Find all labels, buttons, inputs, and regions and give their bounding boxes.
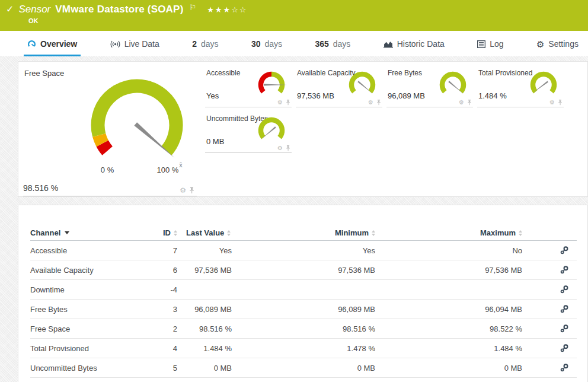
sort-icon xyxy=(227,230,231,236)
cell-last-value: 98.516 % xyxy=(177,324,232,333)
pin-icon[interactable] xyxy=(189,187,194,194)
uncommitted-bytes-gauge xyxy=(255,116,288,147)
channel-gear-icon[interactable]: ⚙ xyxy=(277,145,283,151)
tab-365-days-number: 365 xyxy=(315,39,328,49)
sort-desc-icon xyxy=(65,231,69,234)
table-row: Accessible 7 Yes Yes No xyxy=(30,241,577,260)
cell-maximum: 1.484 % xyxy=(375,344,522,353)
channel-settings-icon[interactable] xyxy=(560,324,568,333)
accessible-gauge xyxy=(255,71,288,101)
table-header-row: Channel ID Last Value Minimum Maximum xyxy=(30,225,577,241)
channel-settings-icon[interactable] xyxy=(560,246,568,254)
sensor-header: ✓ Sensor VMware Datastore (SOAP) ⚐ ★★★☆☆… xyxy=(0,0,588,31)
tab-30-days[interactable]: 30 days xyxy=(248,39,286,56)
tab-30-days-label: days xyxy=(264,39,282,49)
gauge-value: 98.516 % xyxy=(23,183,58,193)
cell-id: 5 xyxy=(158,364,177,373)
tab-historic-data[interactable]: Historic Data xyxy=(380,39,448,56)
gauge-max-label: 100 % xyxy=(157,165,179,174)
channel-settings-icon[interactable] xyxy=(560,364,568,372)
available-capacity-gauge xyxy=(346,71,379,101)
channel-gear-icon[interactable]: ⚙ xyxy=(368,100,373,106)
tab-historic-data-label: Historic Data xyxy=(397,39,445,49)
cell-channel[interactable]: Free Space xyxy=(30,324,158,333)
tab-30-days-number: 30 xyxy=(251,39,261,49)
ok-check-icon: ✓ xyxy=(6,5,14,14)
log-icon xyxy=(477,40,485,48)
tab-2-days-label: days xyxy=(201,39,219,49)
channel-settings-icon[interactable] xyxy=(560,285,568,294)
cell-id: 2 xyxy=(158,324,177,333)
tab-settings[interactable]: ⚙ Settings xyxy=(533,39,582,56)
cell-channel[interactable]: Downtime xyxy=(30,285,158,294)
stars-empty: ☆☆ xyxy=(231,5,247,14)
stars-filled: ★★★ xyxy=(207,5,231,14)
priority-stars[interactable]: ★★★☆☆ xyxy=(207,5,247,14)
cell-last-value: 96,089 MB xyxy=(177,305,232,314)
gauge-min-label: 0 % xyxy=(101,165,114,174)
channel-gear-icon[interactable]: ⚙ xyxy=(277,100,283,106)
free-bytes-gauge xyxy=(436,71,469,101)
gauge-tile-uncommitted-bytes: Uncommitted Bytes 0 MB ⚙ xyxy=(205,111,292,153)
channels-panel: Channel ID Last Value Minimum Maximum Ac… xyxy=(18,205,588,382)
total-provisioned-gauge xyxy=(527,71,560,101)
pin-icon[interactable] xyxy=(286,100,290,106)
cell-maximum: 97,536 MB xyxy=(375,266,522,275)
cell-minimum: 96,089 MB xyxy=(232,305,375,314)
channel-settings-icon[interactable] xyxy=(560,305,568,313)
cell-minimum: 0 MB xyxy=(232,364,375,373)
area-chart-icon xyxy=(384,40,393,48)
cell-minimum: 97,536 MB xyxy=(232,266,375,275)
tab-365-days-label: days xyxy=(333,39,351,49)
channel-settings-icon[interactable] xyxy=(560,266,568,274)
cell-maximum: 96,094 MB xyxy=(375,305,522,314)
cell-channel[interactable]: Free Bytes xyxy=(30,305,158,314)
sort-icon xyxy=(519,230,522,236)
pin-icon[interactable] xyxy=(286,145,290,151)
tab-overview[interactable]: Overview xyxy=(24,39,81,56)
sensor-kind-label: Sensor xyxy=(18,4,50,15)
cell-id: -4 xyxy=(158,285,177,294)
table-row: Downtime -4 xyxy=(30,280,577,300)
cell-channel[interactable]: Total Provisioned xyxy=(30,344,158,353)
column-header-minimum[interactable]: Minimum xyxy=(335,228,375,237)
table-row: Total Provisioned 4 1.484 % 1.478 % 1.48… xyxy=(30,339,577,358)
table-row: Available Capacity 6 97,536 MB 97,536 MB… xyxy=(30,260,577,280)
tab-2-days-number: 2 xyxy=(192,39,197,49)
tab-log[interactable]: Log xyxy=(474,39,507,56)
gauge-title: Free Bytes xyxy=(388,69,422,77)
free-space-gauge: x̄ 0 % 100 % xyxy=(78,71,196,177)
channel-settings-icon[interactable] xyxy=(560,344,568,352)
settings-gear-icon: ⚙ xyxy=(536,40,544,49)
gauge-tile-accessible: Accessible Yes ⚙ xyxy=(205,65,292,107)
cell-channel[interactable]: Accessible xyxy=(30,246,158,255)
cell-last-value: 1.484 % xyxy=(177,344,232,353)
gauges-panel: Free Space x̄ 0 % 100 % 98.516 % ⚙ xyxy=(18,61,588,197)
gauge-value: 1.484 % xyxy=(478,91,507,100)
channel-gear-icon[interactable]: ⚙ xyxy=(549,100,555,106)
pin-icon[interactable] xyxy=(467,100,472,106)
cell-minimum: 98.516 % xyxy=(232,324,375,333)
flag-icon[interactable]: ⚐ xyxy=(190,3,197,12)
channel-gear-icon[interactable]: ⚙ xyxy=(180,187,186,194)
pin-icon[interactable] xyxy=(558,100,563,106)
column-header-id[interactable]: ID xyxy=(163,228,177,237)
column-header-last-value[interactable]: Last Value xyxy=(186,228,231,237)
status-badge: OK xyxy=(28,17,588,24)
small-gauges-grid: Accessible Yes ⚙ Available Capacity 97,5… xyxy=(205,65,564,153)
gauge-value: 96,089 MB xyxy=(388,91,425,100)
tab-bar: Overview Live Data 2 days 30 days 365 da… xyxy=(0,31,588,56)
table-row: Free Space 2 98.516 % 98.516 % 98.522 % xyxy=(30,319,577,339)
tab-settings-label: Settings xyxy=(548,39,579,49)
pin-icon[interactable] xyxy=(376,100,381,106)
cell-last-value: Yes xyxy=(177,246,232,255)
channel-gear-icon[interactable]: ⚙ xyxy=(459,100,464,106)
column-header-channel[interactable]: Channel xyxy=(30,228,69,237)
cell-channel[interactable]: Available Capacity xyxy=(30,266,158,275)
tab-2-days[interactable]: 2 days xyxy=(188,39,222,56)
tab-365-days[interactable]: 365 days xyxy=(311,39,354,56)
cell-channel[interactable]: Uncommitted Bytes xyxy=(30,364,158,373)
gauge-title: Total Provisioned xyxy=(478,69,532,77)
tab-live-data[interactable]: Live Data xyxy=(107,39,163,56)
column-header-maximum[interactable]: Maximum xyxy=(480,228,522,237)
